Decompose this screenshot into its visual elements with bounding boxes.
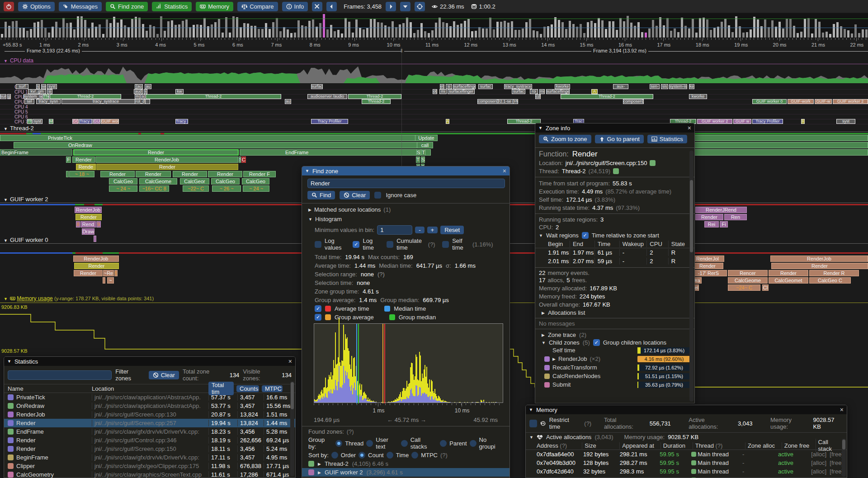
histogram-toggle[interactable]: Histogram — [315, 216, 342, 222]
timeline-zone[interactable]: Ren — [724, 214, 747, 220]
timeline-zone[interactable]: CalcGeome — [728, 277, 768, 284]
statistics-button[interactable]: Statistics — [152, 2, 192, 11]
cpu-zone-chip[interactable]: s — [36, 84, 40, 89]
statistics-row[interactable]: Render jni/../jni/src/guif/Control.cpp:3… — [4, 436, 295, 445]
cpu-zone-chip[interactable]: system-is — [669, 84, 687, 89]
messages-button[interactable]: Messages — [59, 2, 102, 11]
allocations-list-toggle[interactable]: Allocations list — [548, 309, 585, 316]
allocation-row[interactable]: 0x7dfaa64e00 192 bytes 298.21 ms 59.95 s… — [526, 450, 847, 459]
timeline-zone[interactable]: CalcGeomet — [769, 277, 808, 284]
checkbox-self-time[interactable] — [442, 241, 449, 248]
timeline-zone[interactable]: 8 — [76, 221, 80, 227]
statistics-row[interactable]: CalcGeometry jni/../jni/src/claw/graphic… — [4, 470, 295, 478]
timeline-zone[interactable]: RenderJob — [770, 256, 868, 262]
cpu-zone-chip[interactable]: surface! — [311, 84, 323, 89]
group-by-parent[interactable] — [440, 440, 447, 447]
cpu-zone-chip[interactable]: se — [41, 84, 46, 89]
cpu-zone-chip[interactable]: GUI — [93, 119, 100, 124]
frame-label-right[interactable]: Frame 3,194 (13.92 ms) — [591, 48, 648, 53]
sort-by-mtpc[interactable] — [411, 452, 418, 459]
info-button[interactable]: Info — [282, 2, 308, 11]
frame-label-left[interactable]: Frame 3,193 (22.45 ms) — [25, 48, 82, 53]
timeline-zone[interactable]: Render R — [809, 270, 859, 276]
cpu-zone-chip[interactable]: audioserver /audio — [307, 94, 347, 99]
cpu-zone-chip[interactable]: g — [7, 94, 11, 99]
statistics-row[interactable]: PrivateTick jni/../jni/src/claw/applicat… — [4, 393, 295, 402]
cpu-zone-chip[interactable]: au — [145, 84, 151, 89]
histogram-range-label[interactable]: ← 45.72 ms → — [387, 416, 426, 423]
find-button[interactable]: Find — [307, 191, 335, 199]
close-icon[interactable]: × — [288, 358, 292, 365]
timeline-zone[interactable]: BeginFrame — [0, 149, 72, 156]
column-location[interactable]: Location — [92, 385, 206, 392]
timeline-zone[interactable]: S — [239, 156, 241, 163]
timeline-zone[interactable]: Render — [136, 171, 171, 177]
statistics-row[interactable]: BeginFrame jni/../jni/src/claw/gfx/drv/v… — [4, 453, 295, 462]
active-allocations-toggle[interactable]: Active allocations — [546, 434, 591, 440]
cpu-zone-chip[interactable]: li — [801, 119, 805, 124]
timeline-zone[interactable] — [66, 171, 69, 177]
timeline-zone[interactable]: S — [416, 149, 420, 156]
zone-statistics-button[interactable]: Statistics — [647, 135, 687, 143]
timeline-zone[interactable]: Rei — [704, 221, 719, 227]
timeline-zone[interactable]: C — [241, 156, 246, 163]
tools-button[interactable] — [312, 2, 322, 11]
timeline-zone[interactable]: -17' RerS — [690, 270, 727, 276]
timeline-zone[interactable]: Rencer — [728, 270, 768, 276]
group-by-call-stacks[interactable] — [401, 440, 408, 447]
timeline-zone[interactable]: RenderJRend — [695, 207, 747, 213]
cpu-zone-chip[interactable]: Thread-2 — [561, 94, 653, 99]
column-total-time[interactable]: Total tim — [208, 382, 234, 395]
wait-regions-toggle[interactable]: Wait regions — [546, 232, 579, 239]
timeline-zone[interactable] — [94, 236, 96, 242]
find-zone-query-input[interactable] — [307, 179, 505, 188]
timeline-zone[interactable]: Render — [692, 263, 723, 269]
cpu-zone-chip[interactable]: kw — [175, 89, 184, 94]
timeline-zone[interactable]: CalcGeor — [180, 178, 209, 185]
timeline-zone[interactable]: Render — [74, 263, 119, 269]
close-icon[interactable]: × — [503, 167, 506, 175]
cpu-zone-chip[interactable]: Thre — [43, 94, 49, 99]
cpu-zone-chip[interactable]: aud — [134, 89, 143, 94]
cpu-zone-chip[interactable]: A — [591, 89, 598, 94]
prev-frame-button[interactable] — [326, 2, 337, 11]
child-zone-row[interactable]: Submit35.63 µs (0.79%) — [535, 380, 694, 389]
checkbox-log-values[interactable] — [315, 241, 321, 248]
timeline-zone[interactable]: Render — [695, 214, 723, 220]
cpu-zone-chip[interactable]: GUIF worker 2 — [833, 99, 868, 104]
timeline-zone[interactable]: PrivateTick — [0, 135, 431, 141]
thread-section-header[interactable]: ▼GUIF worker 0 — [4, 237, 48, 243]
cpu-zone-chip[interactable]: ke — [689, 84, 694, 89]
statistics-row[interactable]: RenderJob jni/../jni/src/guif/Screen.cpp… — [4, 410, 295, 419]
found-zone-group-row[interactable]: ▶ Thread-2(4,105) 6.46 s — [302, 459, 509, 468]
options-button[interactable]: Options — [18, 2, 55, 11]
zone-trace-toggle[interactable]: Zone trace — [548, 331, 576, 338]
statistics-row[interactable]: OnRedraw jni/../jni/src/claw/application… — [4, 402, 295, 410]
timeline-zone[interactable]: RenderJob — [95, 156, 238, 163]
cpu-zone-chip[interactable]: syst — [836, 119, 855, 124]
timeline-zone[interactable]: Render — [769, 270, 808, 276]
cpu-zone-chip[interactable]: GGUIF — [72, 119, 79, 124]
found-zone-group-row[interactable]: ▶ GUIF worker 2(3,296) 4.61 s — [302, 468, 509, 477]
frame-overview-strip[interactable] — [0, 13, 868, 38]
timeline-zone[interactable]: RenderJol — [691, 256, 724, 262]
cpu-zone-chip[interactable]: si — [446, 84, 452, 89]
legend-checkbox[interactable]: ✓ — [315, 305, 321, 312]
timeline-zone[interactable]: OnRedraw — [14, 142, 431, 148]
ignore-case-checkbox[interactable] — [374, 192, 381, 199]
cpu-zone-chip[interactable]: GUIF-work — [788, 99, 814, 104]
time-relative-checkbox[interactable]: ✓ — [582, 232, 589, 239]
cpu-zone-chip[interactable]: mi — [439, 89, 447, 94]
timeline-zone[interactable]: Draw — [82, 228, 94, 235]
cpu-zone-chip[interactable]: system_se — [24, 94, 42, 99]
focus-frame-button[interactable] — [415, 2, 425, 11]
timeline-zone[interactable]: Render — [75, 214, 102, 220]
timeline-zone[interactable]: ~ 24 ~ — [243, 185, 269, 192]
timeline-zone[interactable]: 9 — [96, 221, 101, 227]
cpu-zone-chip[interactable]: aux- — [613, 84, 628, 89]
cpu-zone-chip[interactable]: kworke — [689, 94, 707, 99]
group-by-user-text[interactable] — [366, 440, 373, 447]
timeline-zone[interactable]: Render — [208, 171, 242, 177]
zone-info-scrollbar[interactable] — [689, 151, 693, 402]
thread-section-header[interactable]: ▼GUIF worker 2 — [4, 196, 48, 203]
